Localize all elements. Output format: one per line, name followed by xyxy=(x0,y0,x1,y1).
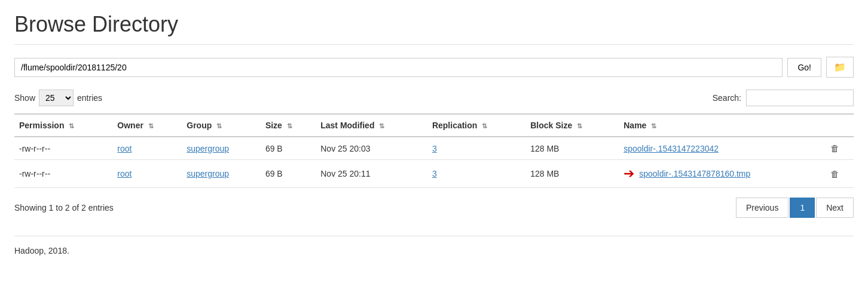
col-block-size: Block Size ⇅ xyxy=(525,114,619,137)
cell-size: 69 B xyxy=(261,160,316,188)
table-footer: Showing 1 to 2 of 2 entries Previous 1 N… xyxy=(14,198,854,218)
showing-text: Showing 1 to 2 of 2 entries xyxy=(14,203,114,212)
page-1-button[interactable]: 1 xyxy=(790,198,815,218)
page-title: Browse Directory xyxy=(14,12,854,45)
folder-icon: 📁 xyxy=(834,62,846,72)
owner-link[interactable]: root xyxy=(117,144,132,153)
table-row: -rw-r--r-- root supergroup 69 B Nov 25 2… xyxy=(14,137,854,160)
col-size: Size ⇅ xyxy=(261,114,316,137)
sort-icon-owner: ⇅ xyxy=(148,122,154,130)
replication-link[interactable]: 3 xyxy=(432,169,437,178)
sort-icon-group: ⇅ xyxy=(216,122,222,130)
col-group: Group ⇅ xyxy=(182,114,261,137)
path-bar: Go! 📁 xyxy=(14,57,854,78)
entries-select[interactable]: 10 25 50 100 xyxy=(39,90,74,106)
folder-button[interactable]: 📁 xyxy=(826,57,854,78)
sort-icon-name: ⇅ xyxy=(651,122,656,130)
cell-group: supergroup xyxy=(182,137,261,160)
cell-name: ➔ spooldir-.1543147878160.tmp xyxy=(619,160,826,188)
search-input[interactable] xyxy=(746,90,854,106)
cell-delete: 🗑 xyxy=(826,160,854,188)
go-button[interactable]: Go! xyxy=(787,58,821,77)
path-input[interactable] xyxy=(14,58,783,77)
cell-group: supergroup xyxy=(182,160,261,188)
cell-owner: root xyxy=(112,137,182,160)
pagination: Previous 1 Next xyxy=(736,198,854,218)
name-cell-inner: spooldir-.1543147223042 xyxy=(624,144,821,153)
cell-last-modified: Nov 25 20:11 xyxy=(316,160,427,188)
cell-block-size: 128 MB xyxy=(525,137,619,160)
sort-icon-size: ⇅ xyxy=(287,122,292,130)
sort-icon-permission: ⇅ xyxy=(69,122,74,130)
col-last-modified: Last Modified ⇅ xyxy=(316,114,427,137)
col-actions xyxy=(826,114,854,137)
cell-replication: 3 xyxy=(427,160,525,188)
file-link[interactable]: spooldir-.1543147223042 xyxy=(624,144,719,153)
sort-icon-last-modified: ⇅ xyxy=(379,122,384,130)
file-link[interactable]: spooldir-.1543147878160.tmp xyxy=(639,169,750,178)
entries-label: entries xyxy=(77,93,102,103)
table-header-row: Permission ⇅ Owner ⇅ Group ⇅ Size ⇅ Last… xyxy=(14,114,854,137)
replication-link[interactable]: 3 xyxy=(432,144,437,153)
name-cell-inner: ➔ spooldir-.1543147878160.tmp xyxy=(624,166,821,181)
show-label: Show xyxy=(14,93,35,103)
cell-permission: -rw-r--r-- xyxy=(14,137,112,160)
col-permission: Permission ⇅ xyxy=(14,114,112,137)
col-replication: Replication ⇅ xyxy=(427,114,525,137)
cell-owner: root xyxy=(112,160,182,188)
sort-icon-block-size: ⇅ xyxy=(577,122,582,130)
delete-button[interactable]: 🗑 xyxy=(830,143,839,153)
group-link[interactable]: supergroup xyxy=(187,144,229,153)
files-table: Permission ⇅ Owner ⇅ Group ⇅ Size ⇅ Last… xyxy=(14,113,854,188)
search-box: Search: xyxy=(713,90,854,106)
cell-replication: 3 xyxy=(427,137,525,160)
search-label: Search: xyxy=(713,93,741,103)
col-name: Name ⇅ xyxy=(619,114,826,137)
cell-permission: -rw-r--r-- xyxy=(14,160,112,188)
previous-button[interactable]: Previous xyxy=(736,198,788,218)
show-entries: Show 10 25 50 100 entries xyxy=(14,90,102,106)
cell-size: 69 B xyxy=(261,137,316,160)
cell-delete: 🗑 xyxy=(826,137,854,160)
cell-last-modified: Nov 25 20:03 xyxy=(316,137,427,160)
table-controls: Show 10 25 50 100 entries Search: xyxy=(14,90,854,106)
col-owner: Owner ⇅ xyxy=(112,114,182,137)
footer: Hadoop, 2018. xyxy=(14,236,854,255)
cell-name: spooldir-.1543147223042 xyxy=(619,137,826,160)
cell-block-size: 128 MB xyxy=(525,160,619,188)
group-link[interactable]: supergroup xyxy=(187,169,229,178)
sort-icon-replication: ⇅ xyxy=(482,122,487,130)
next-button[interactable]: Next xyxy=(816,198,854,218)
footer-text: Hadoop, 2018. xyxy=(14,246,69,255)
owner-link[interactable]: root xyxy=(117,169,132,178)
delete-button[interactable]: 🗑 xyxy=(830,169,839,179)
table-row: -rw-r--r-- root supergroup 69 B Nov 25 2… xyxy=(14,160,854,188)
red-arrow-icon: ➔ xyxy=(624,166,634,181)
